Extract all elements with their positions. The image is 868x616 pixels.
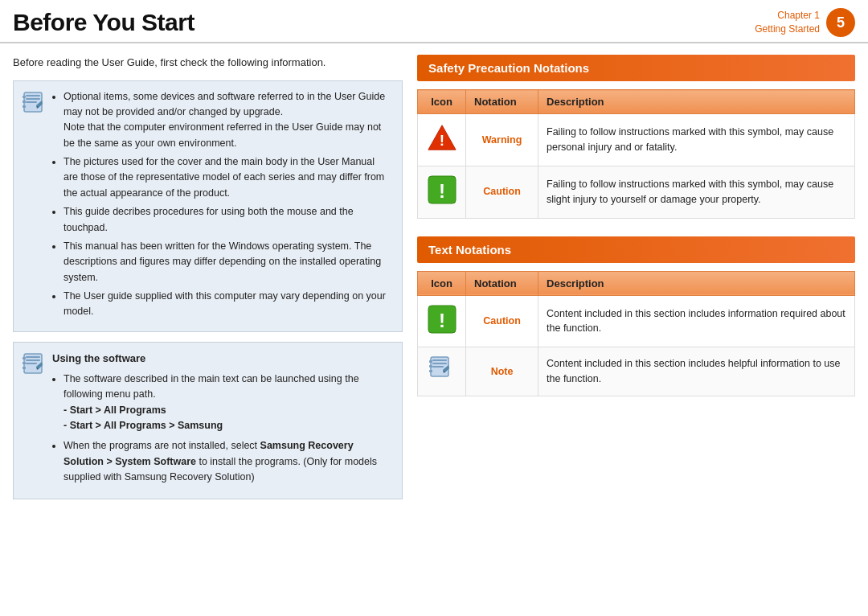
note-item-2: The pictures used for the cover and the … [63,154,391,201]
svg-rect-10 [26,363,37,364]
svg-rect-4 [23,96,26,98]
caution-description: Failing to follow instructions marked wi… [538,166,855,218]
note-item-1: Optional items, some devices and softwar… [63,89,391,152]
text-table: Icon Notation Description ! [417,271,855,397]
chapter-label: Chapter 1 [755,9,820,23]
safety-section-header: Safety Precaution Notations [417,55,855,81]
svg-text:!: ! [439,180,445,202]
svg-rect-11 [23,357,26,359]
page-header: Before You Start Chapter 1 Getting Start… [0,0,868,43]
caution-square-icon: ! [427,175,457,205]
svg-rect-12 [23,362,26,364]
table-row: ! Caution Content included in this secti… [418,295,855,347]
notebook-icon [22,91,44,113]
software-content: Using the software The software describe… [52,351,391,491]
svg-rect-8 [26,356,40,358]
note-box-content: Optional items, some devices and softwar… [52,89,391,323]
table-row: Note Content included in this section in… [418,347,855,396]
note-icon-cell [418,347,466,396]
text-caution-description: Content included in this section include… [538,295,855,347]
svg-rect-9 [26,359,40,361]
svg-rect-5 [23,101,26,103]
text-caution-notation: Caution [466,295,538,347]
menu-path-1: - Start > All Programs [63,405,166,416]
warning-description: Failing to follow instructions marked wi… [538,114,855,166]
safety-th-icon: Icon [418,90,466,114]
menu-path-2: - Start > All Programs > Samsung [63,420,223,431]
text-section-header: Text Notations [417,236,855,263]
warning-icon-cell: ! [418,114,466,166]
svg-rect-26 [429,370,432,372]
svg-rect-22 [432,363,447,364]
software-title: Using the software [52,351,391,367]
software-box: Using the software The software describe… [13,342,403,499]
text-th-notation: Notation [466,271,538,295]
caution-icon-cell: ! [418,166,466,218]
note-item-3: This guide decribes procedures for using… [63,204,391,236]
note-description: Content included in this section include… [538,347,855,396]
text-th-icon: Icon [418,271,466,295]
warning-notation: Warning [466,114,538,166]
note-box: Optional items, some devices and softwar… [13,80,403,332]
software-item-2: When the programs are not installed, sel… [63,438,391,485]
notebook-icon-2 [22,352,44,375]
svg-rect-13 [23,367,26,369]
note-item-5: The User guide supplied with this comput… [63,289,391,320]
svg-rect-1 [26,95,40,97]
svg-rect-2 [26,98,40,100]
caution-notation: Caution [466,166,538,218]
right-column: Safety Precaution Notations Icon Notatio… [417,55,855,499]
table-row: ! Caution Failing to follow instructions… [418,166,855,218]
text-caution-square-icon: ! [427,304,457,335]
safety-th-notation: Notation [466,90,538,114]
svg-text:!: ! [439,310,445,331]
chapter-text: Chapter 1 Getting Started [755,9,820,36]
table-row: ! Warning Failing to follow instructions… [418,114,855,166]
software-note-icon [22,352,44,377]
svg-rect-3 [26,101,37,103]
note-icon [22,91,44,116]
svg-text:!: ! [439,132,444,149]
chapter-number: 5 [826,8,855,37]
software-item-1: The software described in the main text … [63,372,391,434]
note-book-icon [428,355,456,383]
main-content: Before reading the User Guide, first che… [0,43,868,511]
safety-th-description: Description [538,90,855,114]
svg-rect-25 [429,365,432,368]
svg-rect-24 [429,360,432,363]
svg-rect-21 [432,359,447,361]
left-column: Before reading the User Guide, first che… [13,55,417,499]
warning-triangle-icon: ! [427,122,457,153]
svg-rect-23 [432,366,444,368]
chapter-sub: Getting Started [755,23,820,36]
text-th-description: Description [538,271,855,295]
text-caution-icon-cell: ! [418,295,466,347]
safety-table: Icon Notation Description ! [417,89,855,219]
note-notation: Note [466,347,538,396]
svg-rect-6 [23,105,26,108]
note-item-4: This manual has been written for the Win… [63,239,391,285]
intro-paragraph: Before reading the User Guide, first che… [13,55,403,71]
page-title: Before You Start [13,9,194,36]
chapter-info: Chapter 1 Getting Started 5 [755,8,855,37]
